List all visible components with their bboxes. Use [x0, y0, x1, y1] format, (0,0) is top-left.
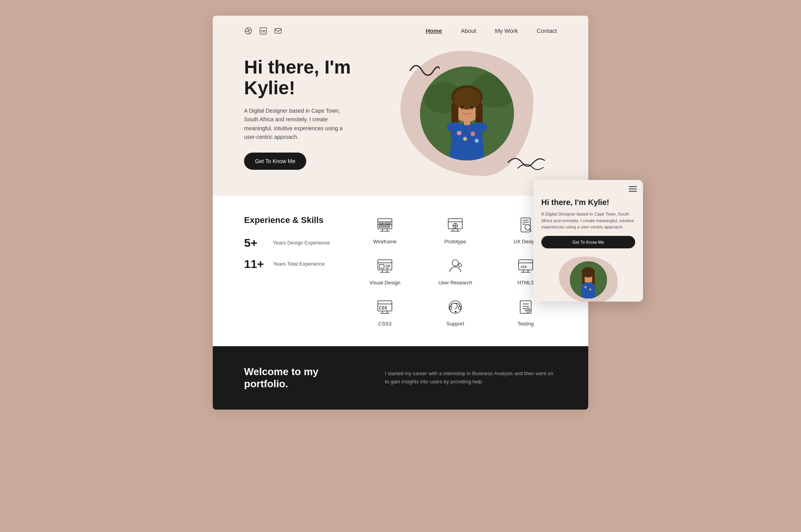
nav-links: Home About My Work Contact — [426, 27, 557, 34]
svg-point-17 — [471, 131, 475, 136]
footer-title: Welcome to my portfolio. — [244, 366, 361, 390]
skill-wireframe: Wireframe — [354, 215, 416, 244]
experience-col: Experience & Skills 5+ Years Design Expe… — [244, 215, 330, 279]
footer-section: Welcome to my portfolio. I started my ca… — [213, 346, 588, 410]
support-icon — [445, 297, 465, 317]
wireframe-icon — [375, 215, 395, 235]
css3-icon: CSS — [375, 297, 395, 317]
svg-point-14 — [470, 106, 473, 109]
skill-visual-design-label: Visual Design — [369, 280, 400, 286]
svg-point-21 — [472, 122, 487, 132]
skill-user-research-label: User Research — [438, 280, 472, 286]
svg-text:CSS: CSS — [379, 306, 387, 310]
stat-total-number: 11+ — [244, 257, 268, 271]
footer-description: I started my career with a internship in… — [385, 370, 557, 386]
mobile-hero-description: A Digital Designer based in Cape Town, S… — [541, 211, 635, 230]
skills-section-title: Experience & Skills — [244, 215, 330, 225]
stat-total-experience: 11+ Years Total Experience — [244, 257, 330, 271]
svg-rect-19 — [464, 119, 470, 125]
skills-grid: Wireframe — [354, 215, 557, 327]
ux-design-icon — [516, 215, 535, 235]
footer-left: Welcome to my portfolio. — [244, 366, 361, 390]
skill-support-label: Support — [446, 321, 464, 327]
get-to-know-me-button[interactable]: Get To Know Me — [244, 153, 306, 170]
svg-point-18 — [475, 139, 479, 143]
visual-design-icon — [375, 256, 395, 276]
svg-rect-2 — [275, 29, 282, 33]
dribbble-icon[interactable] — [244, 27, 253, 35]
skill-visual-design: Visual Design — [354, 256, 416, 286]
navbar: Home About My Work Contact — [213, 16, 588, 35]
svg-point-20 — [447, 122, 462, 132]
nav-item-about[interactable]: About — [461, 27, 476, 34]
svg-rect-27 — [379, 226, 390, 227]
svg-text:</>: </> — [521, 264, 527, 269]
svg-point-13 — [461, 106, 464, 109]
skill-css3-label: CSS3 — [378, 321, 392, 327]
svg-rect-26 — [385, 223, 390, 224]
social-icons — [244, 27, 282, 35]
skill-css3: CSS CSS3 — [354, 297, 416, 327]
svg-point-55 — [458, 264, 462, 267]
mobile-get-to-know-me-button[interactable]: Get To Know Me — [541, 236, 635, 248]
skill-user-research: User Research — [424, 256, 487, 286]
nav-item-contact[interactable]: Contact — [537, 27, 557, 34]
hero-title: Hi there, I'm Kylie! — [244, 57, 377, 99]
skill-prototype-label: Prototype — [444, 239, 466, 244]
user-research-icon — [445, 256, 465, 276]
svg-rect-47 — [379, 264, 384, 268]
svg-rect-25 — [379, 223, 383, 224]
prototype-icon — [445, 215, 465, 235]
hero-section: Home About My Work Contact Hi there, I'm… — [213, 16, 588, 196]
svg-point-89 — [589, 289, 591, 291]
svg-point-16 — [463, 137, 467, 141]
stat-total-label: Years Total Experience — [273, 261, 325, 268]
skill-wireframe-label: Wireframe — [373, 239, 397, 244]
mobile-profile-image — [570, 261, 607, 298]
hero-content: Hi there, I'm Kylie! A Digital Designer … — [213, 35, 588, 196]
hero-image-area — [377, 47, 557, 180]
testing-icon — [516, 297, 535, 317]
mobile-preview-card: Hi there, I'm Kylie! A Digital Designer … — [533, 180, 643, 302]
svg-point-43 — [525, 225, 530, 230]
html5-icon: </> — [516, 256, 535, 276]
hamburger-menu-icon[interactable] — [629, 186, 637, 192]
nav-item-mywork[interactable]: My Work — [495, 27, 518, 34]
skill-testing: Testing — [494, 297, 557, 327]
svg-point-78 — [527, 309, 529, 311]
linkedin-icon[interactable] — [259, 27, 268, 35]
svg-point-10 — [453, 88, 481, 110]
svg-point-70 — [455, 311, 456, 313]
stat-design-label: Years Design Experience — [273, 240, 330, 246]
svg-point-54 — [452, 260, 458, 266]
mobile-hero-title: Hi there, I'm Kylie! — [541, 198, 635, 207]
hero-description: A Digital Designer based in Cape Town, S… — [244, 106, 354, 142]
stat-design-number: 5+ — [244, 236, 268, 250]
squiggle-top-icon — [408, 59, 440, 82]
email-icon[interactable] — [274, 27, 282, 35]
svg-point-88 — [584, 286, 587, 288]
skill-html5-label: HTML5 — [517, 280, 534, 286]
skills-section: Experience & Skills 5+ Years Design Expe… — [213, 196, 588, 346]
nav-item-home[interactable]: Home — [426, 27, 442, 34]
skill-testing-label: Testing — [517, 321, 533, 327]
skill-prototype: Prototype — [424, 215, 487, 244]
mobile-card-header — [533, 180, 643, 192]
page-wrapper: Home About My Work Contact Hi there, I'm… — [213, 16, 588, 410]
stat-design-experience: 5+ Years Design Experience — [244, 236, 330, 250]
mobile-card-content: Hi there, I'm Kylie! A Digital Designer … — [533, 192, 643, 255]
skill-support: Support — [424, 297, 487, 327]
mobile-image-area — [533, 255, 643, 302]
skills-layout: Experience & Skills 5+ Years Design Expe… — [244, 215, 557, 327]
hero-text: Hi there, I'm Kylie! A Digital Designer … — [244, 57, 377, 169]
footer-right: I started my career with a internship in… — [385, 366, 557, 390]
main-card: Home About My Work Contact Hi there, I'm… — [213, 16, 588, 410]
squiggle-bottom-icon — [506, 153, 545, 172]
